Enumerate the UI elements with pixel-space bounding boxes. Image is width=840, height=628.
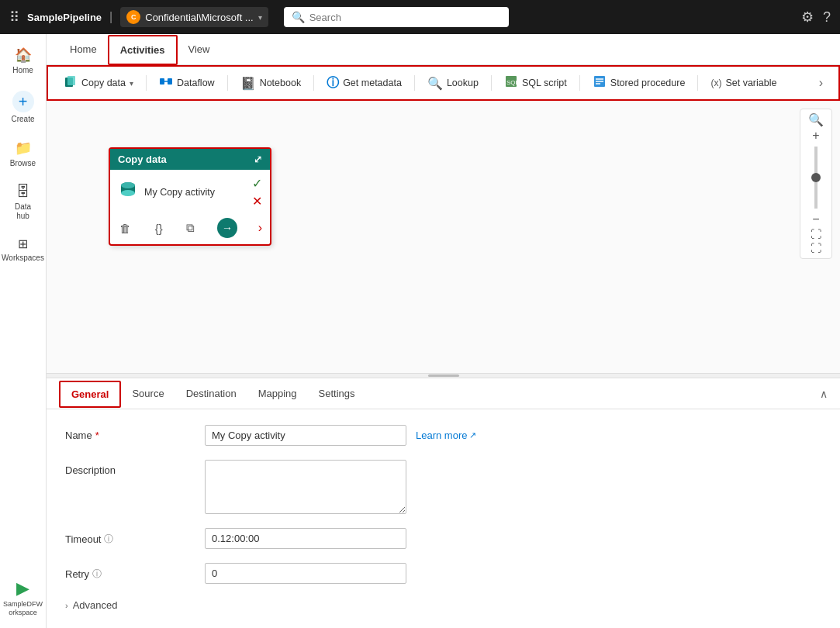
toolbar-more-button[interactable]: › <box>813 73 829 93</box>
form-description-input[interactable] <box>205 460 406 514</box>
form-retry-input[interactable] <box>205 563 406 584</box>
create-icon: + <box>12 91 34 112</box>
toolbar-set-variable[interactable]: (x) Set variable <box>704 74 783 91</box>
pipeline-title: SamplePipeline <box>27 12 102 23</box>
toolbar-dataflow-label: Dataflow <box>177 78 215 88</box>
sidebar-item-home[interactable]: 🏠 Home <box>3 40 43 81</box>
toolbar-lookup-label: Lookup <box>447 78 479 88</box>
toolbar-separator-3 <box>313 75 314 91</box>
zoom-slider[interactable] <box>814 147 818 209</box>
form-retry-info-icon[interactable]: ⓘ <box>92 568 102 581</box>
form-retry-label: Retry ⓘ <box>65 563 205 581</box>
toolbar-sql-script[interactable]: SQL SQL script <box>498 71 573 95</box>
workspaces-icon: ⊞ <box>18 236 28 251</box>
toolbar-copy-data-label: Copy data <box>81 78 126 88</box>
copy-card-status: ✓ ✕ <box>252 176 262 209</box>
sidebar-item-datafactory[interactable]: ▶ SampleDFWorkspace <box>0 574 47 622</box>
toolbar-sql-script-label: SQL script <box>522 78 567 88</box>
svg-rect-2 <box>160 78 164 85</box>
tab-destination[interactable]: Destination <box>175 381 247 407</box>
form-name-input[interactable] <box>205 425 406 446</box>
search-input[interactable] <box>309 12 501 23</box>
form-description-label-text: Description <box>65 464 116 476</box>
fullscreen-button[interactable]: ⛶ <box>806 241 826 255</box>
tab-source[interactable]: Source <box>121 381 175 407</box>
form-timeout-info-icon[interactable]: ⓘ <box>104 533 113 546</box>
sidebar-item-datahub[interactable]: 🗄 Data hub <box>3 178 43 227</box>
toolbar-set-variable-label: Set variable <box>725 78 776 88</box>
dataflow-icon <box>159 74 173 91</box>
learn-more-link[interactable]: Learn more ↗ <box>416 425 476 441</box>
tab-activities[interactable]: Activities <box>108 35 178 65</box>
external-link-icon: ↗ <box>469 430 476 440</box>
topbar-divider: | <box>109 10 112 24</box>
grid-icon[interactable]: ⠿ <box>9 9 19 26</box>
form-area: Name * Learn more ↗ Description <box>47 409 840 628</box>
svg-point-13 <box>121 190 135 196</box>
tab-mapping[interactable]: Mapping <box>247 381 308 407</box>
zoom-in-button[interactable]: + <box>807 128 824 143</box>
sidebar-item-browse[interactable]: 📁 Browse <box>3 133 43 174</box>
tab-general[interactable]: General <box>59 381 121 408</box>
bottom-panel: General Source Destination Mapping Setti… <box>47 378 840 628</box>
app-layout: 🏠 Home + Create 📁 Browse 🗄 Data hub ⊞ Wo… <box>0 34 840 628</box>
form-timeout-label: Timeout ⓘ <box>65 528 205 546</box>
tab-settings[interactable]: Settings <box>308 381 366 407</box>
toolbar-get-metadata[interactable]: ⓘ Get metadata <box>320 72 408 95</box>
topbar-right: ⚙ ? <box>801 9 831 26</box>
copy-card-delete-button[interactable]: 🗑 <box>118 220 133 236</box>
copy-card-code-button[interactable]: {} <box>154 220 164 236</box>
toolbar-lookup[interactable]: 🔍 Lookup <box>421 73 485 94</box>
zoom-controls: 🔍 + − ⛶ ⛶ <box>800 109 832 259</box>
zoom-out-button[interactable]: − <box>807 212 824 227</box>
form-row-name: Name * Learn more ↗ <box>65 425 821 446</box>
copy-card-activity-name: My Copy activity <box>144 187 246 198</box>
copy-card-x-icon: ✕ <box>252 194 262 209</box>
sidebar-browse-label: Browse <box>10 159 36 168</box>
advanced-label: Advanced <box>73 599 118 611</box>
settings-button[interactable]: ⚙ <box>801 9 814 26</box>
copy-card-db-icon <box>118 180 138 205</box>
tab-home[interactable]: Home <box>59 36 108 64</box>
workspace-label: Confidential\Microsoft ... <box>145 12 253 23</box>
copy-card-title: Copy data <box>118 154 167 165</box>
tab-view[interactable]: View <box>178 36 221 64</box>
toolbar-separator-6 <box>579 75 580 91</box>
sidebar-home-label: Home <box>12 66 33 75</box>
form-name-label-text: Name <box>65 430 92 441</box>
canvas: Copy data ⤢ <box>47 101 840 373</box>
copy-card-go-button[interactable]: → <box>217 218 237 238</box>
sidebar-bottom: ▶ SampleDFWorkspace <box>0 574 47 622</box>
toolbar-separator-4 <box>414 75 415 91</box>
toolbar-notebook[interactable]: 📓 Notebook <box>234 73 308 94</box>
workspace-selector[interactable]: C Confidential\Microsoft ... ▾ <box>120 7 268 27</box>
form-name-required: * <box>95 430 99 441</box>
help-button[interactable]: ? <box>823 9 831 26</box>
form-row-advanced[interactable]: › Advanced <box>65 598 821 612</box>
canvas-area: Copy data ⤢ <box>47 101 840 373</box>
sidebar: 🏠 Home + Create 📁 Browse 🗄 Data hub ⊞ Wo… <box>0 34 47 628</box>
zoom-search-button[interactable]: 🔍 <box>804 112 828 128</box>
canvas-and-panel: Copy data ⤢ <box>47 101 840 628</box>
toolbar-stored-procedure[interactable]: Stored procedure <box>586 71 692 95</box>
collapse-panel-button[interactable]: ∧ <box>820 388 828 400</box>
toolbar-dataflow[interactable]: Dataflow <box>153 71 221 95</box>
datafactory-icon: ▶ <box>16 578 29 599</box>
sidebar-item-create[interactable]: + Create <box>3 85 43 130</box>
stored-procedure-icon <box>593 74 607 91</box>
toolbar-separator-2 <box>227 75 228 91</box>
svg-text:SQL: SQL <box>506 79 518 86</box>
pane-divider-handle <box>428 374 459 377</box>
toolbar-copy-data[interactable]: Copy data ▾ <box>57 71 140 95</box>
copy-card-copy-button[interactable]: ⧉ <box>185 219 196 236</box>
copy-card-resize-icon[interactable]: ⤢ <box>254 154 262 165</box>
toolbar-notebook-label: Notebook <box>260 78 302 88</box>
copy-card-nav-icon[interactable]: › <box>258 221 262 235</box>
fit-to-screen-button[interactable]: ⛶ <box>806 227 826 241</box>
sidebar-item-workspaces[interactable]: ⊞ Workspaces <box>3 230 43 269</box>
form-timeout-input[interactable] <box>205 528 406 549</box>
datahub-icon: 🗄 <box>16 184 30 200</box>
sidebar-workspaces-label: Workspaces <box>2 254 44 263</box>
sql-script-icon: SQL <box>504 74 518 91</box>
form-description-label: Description <box>65 460 205 476</box>
